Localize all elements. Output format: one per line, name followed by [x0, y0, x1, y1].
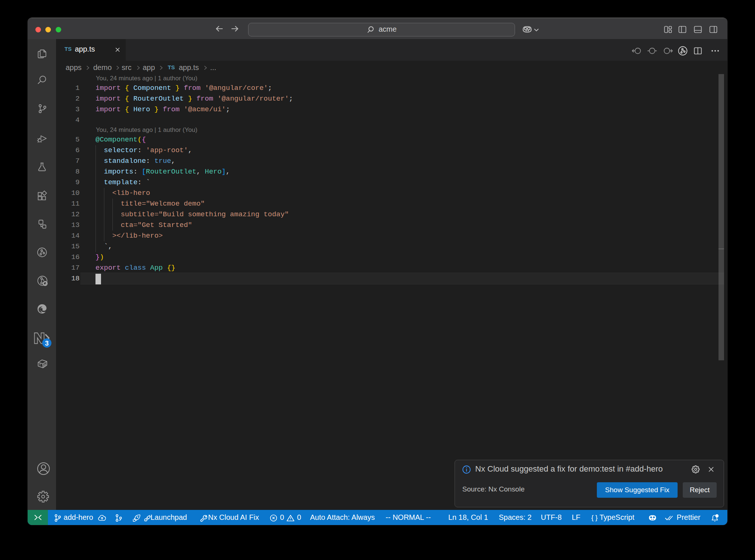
- svg-text:3: 3: [45, 340, 49, 347]
